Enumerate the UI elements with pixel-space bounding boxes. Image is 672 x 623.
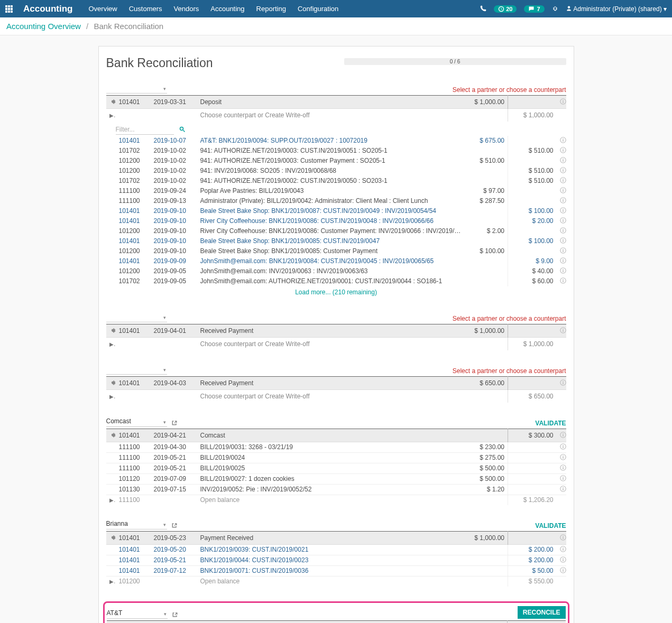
candidate-line[interactable]: 111100 2019-09-13 Administrator (Private… [106,196,566,206]
info-icon[interactable] [557,532,566,545]
phone-icon[interactable] [480,5,486,13]
info-icon[interactable] [557,266,566,276]
statement-line[interactable]: 101401 2019-04-03 Received Payment $ 650… [106,377,566,390]
debug-icon[interactable] [552,5,558,13]
brand[interactable]: Accounting [23,4,73,14]
matched-line[interactable]: 111100 2019-05-21 BILL/2019/0024 $ 275.0… [106,453,566,463]
info-icon[interactable] [557,324,566,338]
breadcrumb-root[interactable]: Accounting Overview [6,22,81,31]
load-more-link[interactable]: Load more... (210 remaining) [106,286,566,298]
info-icon[interactable] [557,429,566,442]
info-icon[interactable] [557,442,566,453]
info-icon[interactable] [556,621,566,624]
svg-rect-31 [563,219,564,220]
matched-line[interactable]: 111100 2019-04-30 BILL/2019/0031: 3268 -… [106,442,566,453]
matched-line[interactable]: 101401 2019-05-20 BNK1/2019/0039: CUST.I… [106,545,566,555]
menu-overview[interactable]: Overview [89,5,117,13]
user-menu[interactable]: Administrator (Private) (shared) ▾ [566,5,667,13]
gear-icon[interactable] [106,532,116,545]
matched-line[interactable]: 101401 2019-05-21 BNK1/2019/0044: CUST.I… [106,555,566,566]
info-icon[interactable] [557,377,566,390]
candidate-line[interactable]: 101401 2019-09-10 Beale Street Bake Shop… [106,206,566,216]
messages-badge[interactable]: 7 [524,5,544,13]
candidate-line[interactable]: 101200 2019-09-10 River City Coffeehouse… [106,226,566,236]
menu-customers[interactable]: Customers [129,5,162,13]
partner-field[interactable]: AT&T▾ [107,609,168,619]
info-icon[interactable] [557,545,566,555]
candidate-line[interactable]: 111100 2019-09-24 Poplar Ave Pastries: B… [106,186,566,196]
info-icon[interactable] [557,555,566,566]
info-icon[interactable] [557,96,566,109]
candidate-line[interactable]: 101200 2019-10-02 941: INV/2019/0068: SO… [106,166,566,176]
info-icon[interactable] [557,566,566,576]
info-icon[interactable] [557,216,566,226]
activities-badge[interactable]: 20 [494,5,517,13]
info-icon[interactable] [557,246,566,256]
matched-line[interactable]: 101130 2019-07-15 INV/2019/0052: Pie : I… [106,485,566,495]
info-icon[interactable] [557,166,566,176]
info-icon[interactable] [557,196,566,206]
info-icon[interactable] [557,236,566,246]
validate-button[interactable]: VALIDATE [535,420,566,427]
statement-line[interactable]: 101401 2019-04-21 Comcast $ 300.00 [106,429,566,442]
candidate-line[interactable]: 101200 2019-10-02 941: AUTHORIZE.NET/201… [106,156,566,166]
svg-rect-9 [563,150,564,152]
info-icon[interactable] [557,176,566,186]
info-icon[interactable] [557,136,566,146]
matched-line[interactable]: 111100 2019-05-21 BILL/2019/0025 $ 500.0… [106,463,566,474]
gear-icon[interactable] [106,324,116,338]
menu-accounting[interactable]: Accounting [210,5,244,13]
info-icon[interactable] [557,485,566,495]
gear-icon[interactable] [106,96,116,109]
gear-icon[interactable] [106,377,116,390]
matched-line[interactable]: 101120 2019-07-09 BILL/2019/0027: 1 doze… [106,474,566,485]
gear-icon[interactable] [107,621,116,624]
apps-icon[interactable] [5,5,14,13]
info-icon[interactable] [557,186,566,196]
matched-line[interactable]: 101401 2019-07-12 BNK1/2019/0071: CUST.I… [106,566,566,576]
candidate-line[interactable]: 101401 2019-09-09 JohnSmith@email.com: B… [106,256,566,266]
external-link-icon[interactable] [171,522,178,529]
info-icon[interactable] [557,226,566,236]
candidate-line[interactable]: 101702 2019-09-05 JohnSmith@email.com: A… [106,276,566,286]
menu-configuration[interactable]: Configuration [298,5,338,13]
choose-counterpart-row[interactable]: ▶ Choose counterpart or Create Write-off… [106,109,566,122]
menu-reporting[interactable]: Reporting [256,5,286,13]
search-icon[interactable] [179,126,186,134]
gear-icon[interactable] [106,429,116,442]
info-icon[interactable] [557,256,566,266]
partner-field[interactable]: ▾ [106,365,167,375]
info-icon[interactable] [557,156,566,166]
candidate-line[interactable]: 101401 2019-09-10 River City Coffeehouse… [106,216,566,226]
filter-input[interactable] [116,125,174,135]
open-balance-row[interactable]: ▶ 111100 Open balance $ 1,206.20 [106,495,566,506]
info-icon[interactable] [557,206,566,216]
reconcile-button[interactable]: RECONCILE [518,606,566,619]
candidate-line[interactable]: 101200 2019-09-05 JohnSmith@email.com: I… [106,266,566,276]
candidate-line[interactable]: 101200 2019-09-10 Beale Street Bake Shop… [106,246,566,256]
choose-counterpart-row[interactable]: ▶ Choose counterpart or Create Write-off… [106,338,566,351]
info-icon[interactable] [557,146,566,156]
validate-button[interactable]: VALIDATE [535,522,566,529]
info-icon[interactable] [557,453,566,463]
partner-field[interactable]: ▾ [106,84,167,94]
open-balance-row[interactable]: ▶ 101200 Open balance $ 550.00 [106,576,566,587]
info-icon[interactable] [557,474,566,485]
candidate-line[interactable]: 101401 2019-09-10 Beale Street Bake Shop… [106,236,566,246]
candidate-line[interactable]: 101702 2019-10-02 941: AUTHORIZE.NET/201… [106,146,566,156]
candidate-line[interactable]: 101702 2019-10-02 941: AUTHORIZE.NET/201… [106,176,566,186]
partner-field[interactable]: ▾ [106,313,167,322]
partner-field[interactable]: Comcast▾ [106,417,167,427]
statement-line[interactable]: 101401 2019-03-31 Deposit $ 1,000.00 [106,96,566,109]
statement-line[interactable]: 101401 2019-05-23 Payment Received $ 1,0… [106,532,566,545]
statement-line[interactable]: 101401 2019-10-07 AT&T $ 675.00 [107,621,566,624]
statement-line[interactable]: 101401 2019-04-01 Received Payment $ 1,0… [106,324,566,338]
external-link-icon[interactable] [172,611,178,619]
external-link-icon[interactable] [171,420,178,427]
menu-vendors[interactable]: Vendors [174,5,199,13]
choose-counterpart-row[interactable]: ▶ Choose counterpart or Create Write-off… [106,390,566,403]
partner-field[interactable]: Brianna▾ [106,520,167,529]
info-icon[interactable] [557,276,566,286]
candidate-line[interactable]: 101401 2019-10-07 AT&T: BNK1/2019/0094: … [106,136,566,146]
info-icon[interactable] [557,463,566,474]
